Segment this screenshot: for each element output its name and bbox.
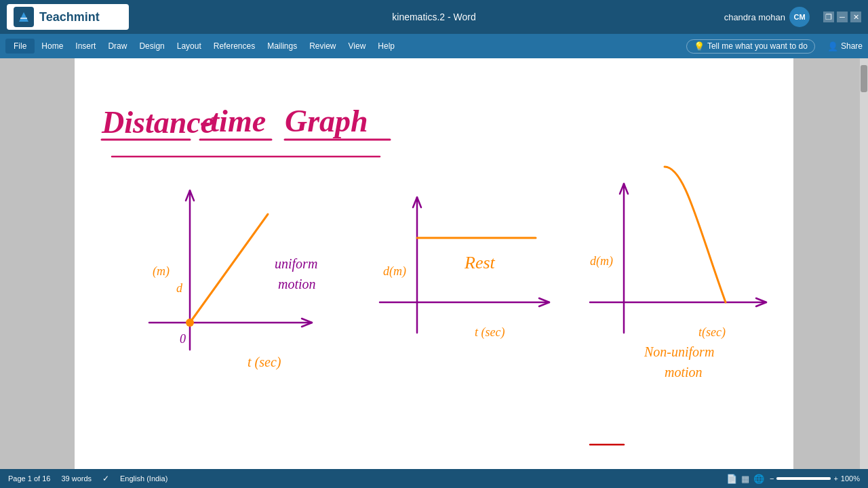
tell-me-box[interactable]: 💡 Tell me what you want to do bbox=[686, 39, 815, 54]
ribbon-item-layout[interactable]: Layout bbox=[172, 39, 207, 54]
user-name: chandra mohan bbox=[724, 12, 785, 22]
user-info: chandra mohan CM bbox=[724, 7, 810, 27]
language-indicator: English (India) bbox=[120, 474, 167, 483]
ribbon-item-references[interactable]: References bbox=[208, 39, 260, 54]
ribbon-item-home[interactable]: Home bbox=[36, 39, 68, 54]
ribbon-item-insert[interactable]: Insert bbox=[70, 39, 101, 54]
ribbon: File Home Insert Draw Design Layout Refe… bbox=[0, 34, 868, 58]
page-canvas[interactable] bbox=[75, 58, 793, 469]
tell-me-text: Tell me what you want to do bbox=[707, 41, 808, 51]
left-margin bbox=[0, 58, 75, 469]
status-bar: Page 1 of 16 39 words ✓ English (India) … bbox=[0, 469, 868, 488]
zoom-level: 100% bbox=[841, 474, 860, 483]
canvas-container bbox=[75, 58, 793, 469]
ribbon-item-draw[interactable]: Draw bbox=[102, 39, 132, 54]
teachmint-logo-icon bbox=[14, 7, 34, 27]
scroll-thumb[interactable] bbox=[861, 65, 867, 92]
web-view-icon[interactable]: 🌐 bbox=[753, 474, 764, 484]
print-view-icon[interactable]: ▦ bbox=[741, 474, 749, 484]
page-count: Page 1 of 16 bbox=[8, 474, 50, 483]
zoom-slider[interactable] bbox=[776, 477, 831, 480]
logo-area: Teachmint bbox=[7, 4, 129, 30]
user-avatar: CM bbox=[789, 7, 810, 27]
window-title: kinematics.2 - Word bbox=[392, 12, 475, 22]
ribbon-item-design[interactable]: Design bbox=[134, 39, 170, 54]
minimize-button[interactable]: ─ bbox=[837, 12, 848, 22]
restore-button[interactable]: ❐ bbox=[823, 12, 834, 22]
word-count: 39 words bbox=[61, 474, 92, 483]
document-area bbox=[0, 58, 868, 469]
status-right: 📄 ▦ 🌐 − + 100% bbox=[726, 474, 860, 484]
view-icons: 📄 ▦ 🌐 bbox=[726, 474, 764, 484]
right-margin bbox=[793, 58, 868, 469]
share-button[interactable]: 👤 Share bbox=[827, 41, 863, 52]
proofread-icon: ✓ bbox=[102, 474, 109, 483]
bulb-icon: 💡 bbox=[694, 41, 705, 52]
ribbon-item-review[interactable]: Review bbox=[304, 39, 341, 54]
scrollbar-vertical[interactable] bbox=[860, 58, 868, 469]
status-left: Page 1 of 16 39 words ✓ English (India) bbox=[8, 474, 167, 483]
svg-rect-2 bbox=[20, 18, 27, 19]
zoom-minus-icon[interactable]: − bbox=[770, 474, 774, 483]
ribbon-item-mailings[interactable]: Mailings bbox=[262, 39, 302, 54]
close-button[interactable]: ✕ bbox=[850, 12, 861, 22]
ribbon-item-help[interactable]: Help bbox=[372, 39, 400, 54]
zoom-plus-icon[interactable]: + bbox=[833, 474, 837, 483]
title-bar: Teachmint kinematics.2 - Word chandra mo… bbox=[0, 0, 868, 34]
ribbon-item-file[interactable]: File bbox=[5, 39, 35, 54]
read-view-icon[interactable]: 📄 bbox=[726, 474, 737, 484]
zoom-control[interactable]: − + 100% bbox=[770, 474, 860, 483]
ribbon-item-view[interactable]: View bbox=[343, 39, 372, 54]
share-icon: 👤 bbox=[827, 41, 838, 52]
title-right-area: chandra mohan CM ❐ ─ ✕ bbox=[724, 7, 861, 27]
drawing-canvas bbox=[75, 58, 793, 469]
window-controls: ❐ ─ ✕ bbox=[823, 12, 861, 22]
logo-text: Teachmint bbox=[39, 10, 100, 24]
